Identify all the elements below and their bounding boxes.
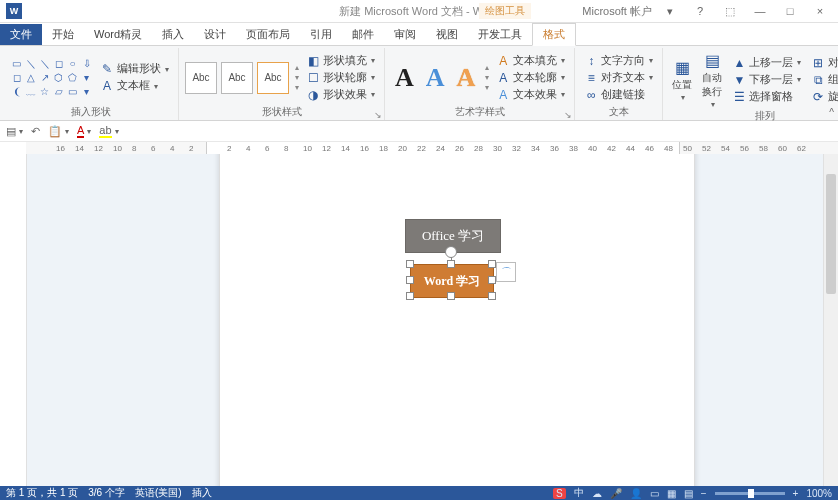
text-fill-button[interactable]: A文本填充▾ xyxy=(493,53,568,69)
paste-button[interactable]: 📋▾ xyxy=(48,125,69,138)
vertical-scrollbar[interactable] xyxy=(823,154,838,486)
position-button[interactable]: ▦位置▾ xyxy=(669,57,695,102)
resize-handle[interactable] xyxy=(488,292,496,300)
gallery-scroll-down-icon[interactable]: ▾ xyxy=(295,73,299,82)
resize-handle[interactable] xyxy=(447,260,455,268)
align-text-button[interactable]: ≡对齐文本▾ xyxy=(581,70,656,86)
shape-icon[interactable]: ＼ xyxy=(38,57,51,70)
account-label[interactable]: Microsoft 帐户 xyxy=(582,4,652,19)
shape-icon[interactable]: ▭ xyxy=(10,57,23,70)
status-icon[interactable]: 👤 xyxy=(630,488,642,499)
shape-icon[interactable]: ＼ xyxy=(24,57,37,70)
shape-icon[interactable]: ☆ xyxy=(38,85,51,98)
shape-icon[interactable]: ▾ xyxy=(80,71,93,84)
tab-wordpro[interactable]: Word精灵 xyxy=(84,24,152,45)
status-icon[interactable]: 🎤 xyxy=(610,488,622,499)
status-words[interactable]: 3/6 个字 xyxy=(88,486,125,500)
shape-fill-button[interactable]: ◧形状填充▾ xyxy=(303,53,378,69)
maximize-button[interactable]: □ xyxy=(778,5,802,17)
shape-word-selected[interactable]: Word 学习 ⌒ xyxy=(410,264,492,296)
text-effects-button[interactable]: A文本效果▾ xyxy=(493,87,568,103)
gallery-more-icon[interactable]: ▾ xyxy=(485,83,489,92)
view-web-layout-icon[interactable]: ▤ xyxy=(684,488,693,499)
shape-outline-button[interactable]: ☐形状轮廓▾ xyxy=(303,70,378,86)
collapse-ribbon-icon[interactable]: ^ xyxy=(829,107,834,118)
app-icon[interactable]: W xyxy=(6,3,22,19)
vertical-ruler[interactable] xyxy=(0,154,27,486)
shape-icon[interactable]: ◻ xyxy=(52,57,65,70)
zoom-level[interactable]: 100% xyxy=(806,488,832,499)
account-dropdown-icon[interactable]: ▾ xyxy=(658,5,682,18)
tab-developer[interactable]: 开发工具 xyxy=(468,24,532,45)
shape-icon[interactable]: ○ xyxy=(66,57,79,70)
shape-icon[interactable]: ❨ xyxy=(10,85,23,98)
wordart-preset[interactable]: A xyxy=(422,63,449,93)
zoom-in-button[interactable]: + xyxy=(793,488,799,499)
align-button[interactable]: ⊞对齐▾ xyxy=(808,55,838,71)
tab-mailings[interactable]: 邮件 xyxy=(342,24,384,45)
scrollbar-thumb[interactable] xyxy=(826,174,836,294)
tab-file[interactable]: 文件 xyxy=(0,24,42,45)
wordart-preset[interactable]: A xyxy=(453,63,480,93)
ribbon-display-options-icon[interactable]: ⬚ xyxy=(718,5,742,18)
highlight-button[interactable]: ab▾ xyxy=(99,124,118,138)
tab-format[interactable]: 格式 xyxy=(532,23,576,46)
tab-design[interactable]: 设计 xyxy=(194,24,236,45)
wrap-text-button[interactable]: ▤自动换行▾ xyxy=(699,50,725,109)
close-button[interactable]: × xyxy=(808,5,832,17)
dialog-launcher-icon[interactable]: ↘ xyxy=(374,110,382,120)
group-button[interactable]: ⧉组合▾ xyxy=(808,72,838,88)
tab-layout[interactable]: 页面布局 xyxy=(236,24,300,45)
shape-icon[interactable]: △ xyxy=(24,71,37,84)
selection-pane-button[interactable]: ☰选择窗格 xyxy=(729,89,804,105)
shape-icon[interactable]: ⬡ xyxy=(52,71,65,84)
wordart-preset[interactable]: A xyxy=(391,63,418,93)
page[interactable]: Office 学习 Word 学习 ⌒ xyxy=(219,154,695,486)
shape-icon[interactable]: ⬠ xyxy=(66,71,79,84)
tab-review[interactable]: 审阅 xyxy=(384,24,426,45)
view-print-layout-icon[interactable]: ▦ xyxy=(667,488,676,499)
minimize-button[interactable]: — xyxy=(748,5,772,17)
rotate-button[interactable]: ⟳旋转▾ xyxy=(808,89,838,105)
text-direction-button[interactable]: ↕文字方向▾ xyxy=(581,53,656,69)
shape-icon[interactable]: ⇩ xyxy=(80,57,93,70)
bring-forward-button[interactable]: ▲上移一层▾ xyxy=(729,55,804,71)
text-outline-button[interactable]: A文本轮廓▾ xyxy=(493,70,568,86)
tab-home[interactable]: 开始 xyxy=(42,24,84,45)
edit-shape-button[interactable]: ✎编辑形状▾ xyxy=(97,61,172,77)
status-mode[interactable]: 插入 xyxy=(192,486,212,500)
tab-view[interactable]: 视图 xyxy=(426,24,468,45)
gallery-scroll-up-icon[interactable]: ▴ xyxy=(295,63,299,72)
tab-references[interactable]: 引用 xyxy=(300,24,342,45)
gallery-scroll-up-icon[interactable]: ▴ xyxy=(485,63,489,72)
shape-icon[interactable]: ﹏ xyxy=(24,85,37,98)
zoom-out-button[interactable]: − xyxy=(701,488,707,499)
resize-handle[interactable] xyxy=(406,260,414,268)
create-link-button[interactable]: ∞创建链接 xyxy=(581,87,656,103)
zoom-slider[interactable] xyxy=(715,492,785,495)
shape-style-preset[interactable]: Abc xyxy=(185,62,217,94)
gallery-more-icon[interactable]: ▾ xyxy=(295,83,299,92)
layout-options-button[interactable]: ⌒ xyxy=(496,262,516,282)
resize-handle[interactable] xyxy=(488,276,496,284)
help-icon[interactable]: ? xyxy=(688,5,712,17)
shape-style-preset[interactable]: Abc xyxy=(257,62,289,94)
tab-insert[interactable]: 插入 xyxy=(152,24,194,45)
resize-handle[interactable] xyxy=(488,260,496,268)
shape-style-preset[interactable]: Abc xyxy=(221,62,253,94)
view-read-mode-icon[interactable]: ▭ xyxy=(650,488,659,499)
gallery-scroll-down-icon[interactable]: ▾ xyxy=(485,73,489,82)
resize-handle[interactable] xyxy=(406,276,414,284)
shape-icon[interactable]: ↗ xyxy=(38,71,51,84)
document-canvas[interactable]: Office 学习 Word 学习 ⌒ xyxy=(27,154,838,486)
ime-lang[interactable]: 中 xyxy=(574,486,584,500)
zoom-slider-thumb[interactable] xyxy=(748,489,754,498)
status-icon[interactable]: ☁ xyxy=(592,488,602,499)
shape-icon[interactable]: ▭ xyxy=(66,85,79,98)
shape-icon[interactable]: ◻ xyxy=(10,71,23,84)
shape-effects-button[interactable]: ◑形状效果▾ xyxy=(303,87,378,103)
send-backward-button[interactable]: ▼下移一层▾ xyxy=(729,72,804,88)
font-color-button[interactable]: A▾ xyxy=(77,124,91,138)
undo-button[interactable]: ↶ xyxy=(31,125,40,138)
dialog-launcher-icon[interactable]: ↘ xyxy=(564,110,572,120)
